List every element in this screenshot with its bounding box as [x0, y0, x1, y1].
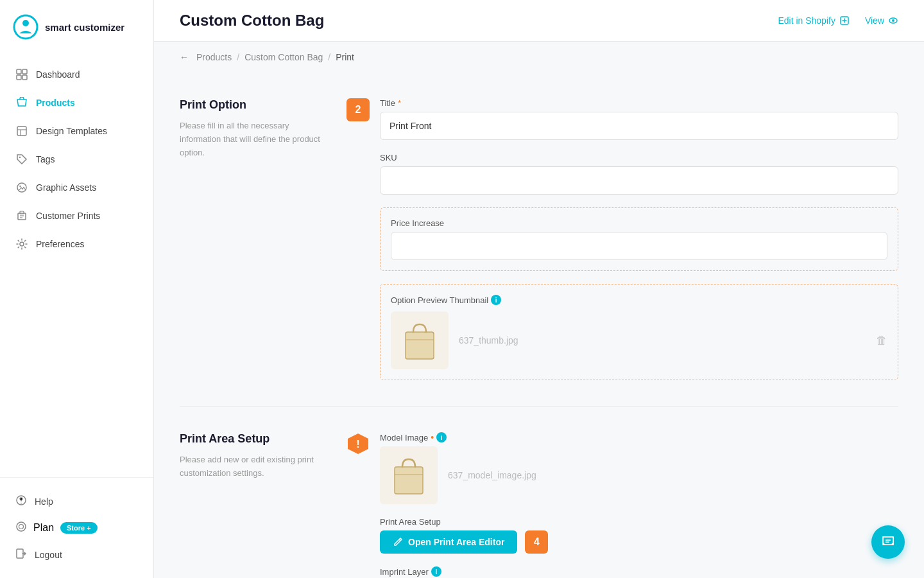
breadcrumb-sep-1: / — [237, 52, 239, 62]
customer-prints-icon — [15, 209, 28, 222]
plan-icon — [15, 521, 27, 535]
sidebar-item-preferences-label: Preferences — [36, 239, 84, 249]
step-badge-exclamation: ! — [346, 432, 370, 455]
products-icon — [15, 96, 28, 109]
step-badge-2: 2 — [346, 98, 370, 121]
sidebar-item-tags[interactable]: Tags — [0, 145, 153, 173]
imprint-layer-label: Imprint Layer i — [380, 566, 898, 577]
print-area-row: Open Print Area Editor 4 — [380, 530, 898, 554]
breadcrumb-product[interactable]: Custom Cotton Bag — [244, 52, 323, 62]
model-tote-svg — [389, 453, 428, 498]
thumbnail-image — [391, 311, 449, 369]
breadcrumb: ← Products / Custom Cotton Bag / Print — [154, 42, 924, 73]
sidebar-item-design-templates[interactable]: Design Templates — [0, 117, 153, 145]
sidebar-item-logout[interactable]: Logout — [0, 541, 153, 568]
sku-group: SKU — [380, 153, 898, 195]
svg-point-18 — [21, 503, 22, 504]
plan-badge[interactable]: Store + — [60, 522, 98, 534]
step-badge-4: 4 — [525, 530, 548, 554]
open-print-area-editor-button[interactable]: Open Print Area Editor — [380, 530, 517, 554]
title-group: Title * — [380, 98, 898, 140]
model-image-row: 637_model_image.jpg — [380, 446, 898, 504]
print-area-setup-label: Print Area Setup — [380, 517, 898, 527]
svg-point-19 — [17, 522, 26, 531]
print-area-section: Print Area Setup Please add new or edit … — [180, 407, 898, 578]
svg-rect-25 — [406, 332, 434, 359]
price-increase-label: Price Increase — [391, 218, 887, 228]
logout-icon — [15, 548, 27, 561]
svg-point-10 — [17, 183, 26, 192]
logo-icon — [13, 14, 38, 40]
exclamation-badge-svg: ! — [346, 432, 370, 455]
print-option-left: Print Option Please fill in all the nece… — [180, 98, 321, 380]
tags-icon — [15, 153, 28, 166]
thumbnail-filename: 637_thumb.jpg — [459, 335, 866, 346]
print-area-title: Print Area Setup — [180, 432, 321, 446]
sidebar: smart customizer Dashboard Products Desi… — [0, 0, 154, 578]
eye-icon — [888, 15, 898, 26]
sidebar-item-dashboard-label: Dashboard — [36, 69, 80, 80]
chat-icon — [880, 534, 896, 550]
sidebar-item-graphic-assets-label: Graphic Assets — [36, 182, 96, 193]
print-area-left: Print Area Setup Please add new or edit … — [180, 432, 321, 578]
print-area-form: Model Image • i — [380, 432, 898, 578]
print-area-setup-group: Print Area Setup Open Print Area Editor … — [380, 517, 898, 554]
price-increase-field: Price Increase — [391, 218, 887, 260]
svg-point-9 — [19, 157, 21, 158]
logo-text: smart customizer — [45, 22, 124, 33]
svg-point-11 — [19, 186, 21, 187]
preferences-icon — [15, 238, 28, 250]
svg-point-16 — [20, 242, 24, 246]
sidebar-nav: Dashboard Products Design Templates Tags — [0, 54, 153, 477]
plan-row: Plan Store + — [0, 514, 153, 541]
view-label: View — [865, 15, 884, 26]
main-header: Custom Cotton Bag Edit in Shopify View — [154, 0, 924, 42]
thumbnail-delete-button[interactable]: 🗑 — [876, 334, 887, 347]
model-image-group: Model Image • i — [380, 432, 898, 504]
sidebar-item-help-label: Help — [35, 496, 53, 507]
model-image-info-icon[interactable]: i — [436, 432, 447, 442]
svg-rect-2 — [17, 69, 21, 74]
print-option-right: 2 Title * SKU — [346, 98, 898, 380]
svg-point-0 — [14, 15, 37, 39]
view-link[interactable]: View — [865, 15, 898, 26]
model-image-thumbnail — [380, 446, 438, 504]
thumbnail-info-icon[interactable]: i — [491, 295, 501, 305]
sidebar-item-design-templates-label: Design Templates — [36, 126, 107, 136]
sidebar-item-help[interactable]: Help — [0, 488, 153, 514]
svg-rect-29 — [395, 467, 423, 494]
edit-in-shopify-label: Edit in Shopify — [778, 15, 835, 26]
sidebar-item-graphic-assets[interactable]: Graphic Assets — [0, 173, 153, 202]
sku-label: SKU — [380, 153, 898, 162]
open-print-area-editor-label: Open Print Area Editor — [408, 537, 504, 547]
shopify-icon — [839, 15, 850, 26]
sidebar-item-preferences[interactable]: Preferences — [0, 230, 153, 258]
sidebar-item-plan-label: Plan — [33, 522, 54, 534]
thumbnail-label: Option Preview Thumbnail i — [391, 295, 887, 305]
sidebar-item-products[interactable]: Products — [0, 89, 153, 117]
price-increase-input[interactable] — [391, 232, 887, 260]
imprint-layer-group: Imprint Layer i — [380, 566, 898, 577]
sidebar-item-dashboard[interactable]: Dashboard — [0, 60, 153, 89]
help-icon — [15, 495, 27, 508]
print-option-step-row: 2 Title * SKU — [346, 98, 898, 380]
editor-icon — [393, 537, 403, 547]
sidebar-bottom: Help Plan Store + Logout — [0, 477, 153, 578]
breadcrumb-products[interactable]: Products — [196, 52, 232, 62]
imprint-layer-info-icon[interactable]: i — [431, 566, 441, 577]
edit-in-shopify-link[interactable]: Edit in Shopify — [778, 15, 850, 26]
chat-button[interactable] — [871, 525, 905, 559]
graphic-assets-icon — [15, 181, 28, 194]
print-option-form: Title * SKU Pric — [380, 98, 898, 380]
breadcrumb-back-arrow[interactable]: ← — [180, 52, 189, 62]
title-input[interactable] — [380, 112, 898, 140]
svg-rect-5 — [22, 75, 27, 80]
sidebar-item-customer-prints[interactable]: Customer Prints — [0, 202, 153, 230]
sidebar-item-tags-label: Tags — [36, 154, 55, 164]
title-required: * — [398, 98, 401, 108]
content-area: Print Option Please fill in all the nece… — [154, 73, 924, 578]
sidebar-item-products-label: Products — [36, 98, 75, 108]
print-area-step-row: ! Model Image • i — [346, 432, 898, 578]
sku-input[interactable] — [380, 166, 898, 195]
svg-rect-6 — [17, 127, 26, 136]
